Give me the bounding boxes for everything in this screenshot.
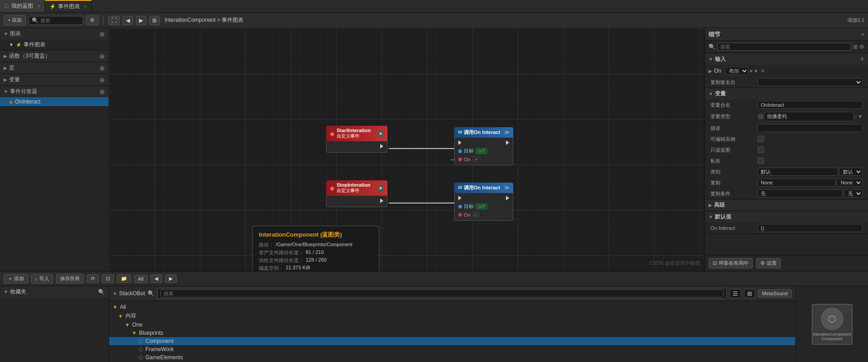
tree-component[interactable]: ⬡ Component (109, 337, 795, 345)
tab-blueprint-close[interactable]: × (37, 4, 40, 9)
tree-content[interactable]: ▼ 内容 (109, 311, 795, 321)
bottom-add-button[interactable]: ＋ 添加 (4, 274, 28, 283)
category-dropdown[interactable]: 默认 (839, 168, 863, 176)
pin-row: ▶ On 布尔 ● ▼ × (705, 65, 868, 77)
nav-back-button[interactable]: ◀ (123, 16, 133, 25)
copy-input[interactable] (758, 179, 836, 187)
call-2-checkbox: □ (472, 212, 480, 218)
copy-name-select[interactable] (758, 78, 863, 86)
copy-dropdown[interactable]: None (837, 179, 863, 187)
right-panel-close-button[interactable]: × (861, 31, 864, 38)
tab-event-graph-close[interactable]: × (84, 4, 87, 9)
variables-section-header[interactable]: ▼ 变量 (705, 88, 868, 99)
pin-expand-icon[interactable]: ▶ (709, 69, 712, 74)
tab-event-graph[interactable]: ⚡ 事件图表 × (45, 0, 92, 12)
variables-section-header[interactable]: ▶ 变量 ⊕ (0, 74, 109, 85)
search-bar[interactable]: 🔍 (29, 16, 83, 25)
copy-condition-input[interactable] (758, 189, 843, 198)
var-type-button[interactable]: 组播委托 (764, 112, 854, 121)
pin-dropdown[interactable]: ▼ (754, 69, 758, 74)
tab-blueprint[interactable]: ⬡ 我的蓝图 × (0, 0, 45, 12)
bottom-icon-btn-1[interactable]: ⟳ (87, 274, 99, 283)
sidebar-item-on-interact[interactable]: ◆ OnInteract (0, 97, 109, 106)
bottom-icon-btn-2[interactable]: ⊡ (102, 274, 114, 283)
graph-add-button[interactable]: ⊕ (99, 30, 105, 38)
thumbnail-area: ⬡ InterationComponent Component (795, 286, 868, 362)
content-search-input[interactable] (160, 289, 723, 298)
editable-checkbox[interactable] (758, 136, 764, 142)
default-val-input[interactable] (758, 224, 863, 232)
inputs-section-header[interactable]: ▼ 输入 + (705, 53, 868, 65)
event-dispatchers-section: ▼ 事件分发器 ⊕ ◆ OnInteract (0, 86, 109, 107)
node-stop-interation[interactable]: ◆ StopInteration 自定义事件 ■ (326, 180, 387, 207)
call-2-on-label: On (464, 212, 471, 218)
inputs-add-button[interactable]: + (860, 55, 864, 63)
graph-area[interactable]: ◆ StartInteration 自定义事件 ■ ◆ St (109, 28, 704, 271)
content-filter-button[interactable]: ☰ (729, 289, 741, 298)
add-btn-label: + 添加 (8, 17, 22, 24)
dispatchers-add-button[interactable]: ⊕ (99, 88, 105, 95)
node-start-interation[interactable]: ◆ StartInteration 自定义事件 ■ (326, 126, 387, 153)
tree-blueprints[interactable]: ▼ Blueprints (109, 329, 795, 337)
search-input[interactable] (40, 18, 81, 23)
settings-button[interactable]: ⚙ (86, 15, 99, 25)
pin-type-select[interactable]: 布尔 (725, 67, 749, 75)
private-checkbox[interactable] (758, 158, 764, 164)
settings-btn[interactable]: ⚙ 设置 (756, 258, 781, 268)
pin-close-button[interactable]: × (761, 67, 764, 74)
sidebar-item-event-graph[interactable]: ▼ ⚡ 事件图表 (0, 40, 109, 50)
node-start-btn[interactable]: ■ (377, 130, 384, 137)
favorites-search-icon[interactable]: 🔍 (98, 289, 105, 295)
content-view-button[interactable]: ⊞ (744, 289, 755, 298)
nav-forward-button[interactable]: ▶ (136, 16, 146, 25)
copy-condition-dropdown[interactable]: 无 (844, 189, 863, 198)
bottom-import-button[interactable]: ↓ 导入 (31, 274, 53, 283)
graph-section-header[interactable]: ▼ 图表 ⊕ (0, 28, 109, 40)
grid-button[interactable]: ⊞ (149, 16, 160, 25)
call-1-exec-in (458, 140, 461, 146)
tree-one[interactable]: ▼ One (109, 321, 795, 329)
metasound-button[interactable]: MetaSound (758, 289, 792, 298)
var-name-row: 变量合名 (705, 99, 868, 110)
tree-all-label: All (120, 304, 126, 310)
tree-framework[interactable]: ⬡ FrameWork (109, 345, 795, 353)
description-input[interactable] (758, 124, 863, 132)
bottom-nav-next[interactable]: ▶ (165, 274, 177, 283)
right-search-input[interactable] (717, 43, 851, 51)
fullscreen-button[interactable]: ⛶ (108, 16, 120, 25)
tree-game-elements[interactable]: ⬡ GameElements (109, 353, 795, 362)
right-panel-header: 细节 × (705, 28, 868, 41)
call-2-target-pin (458, 205, 462, 208)
content-search-icon[interactable]: 🔍 (148, 290, 154, 297)
functions-add-button[interactable]: ⊕ (99, 53, 105, 60)
var-type-dropdown: ▼ (858, 114, 863, 119)
bottom-all-button[interactable]: All (134, 275, 148, 283)
private-label: 私有 (710, 158, 756, 164)
add-button[interactable]: + 添加 (4, 15, 26, 25)
thumbnail-label: InterationComponent Component (813, 332, 851, 341)
advanced-section-header[interactable]: ▶ 高级 (705, 199, 868, 211)
node-call-on-interact-2[interactable]: ✉ 调用On Interact ≫ 目标 self (454, 183, 513, 221)
variables-label: 变量 (9, 76, 20, 84)
var-name-input[interactable] (758, 101, 863, 109)
graph-section-label: 图表 (10, 30, 21, 38)
macros-add-button[interactable]: ⊕ (99, 64, 105, 72)
functions-section-header[interactable]: ▶ 函数（3可覆盖） ⊕ (0, 50, 109, 62)
tree-all[interactable]: ▼ All (109, 303, 795, 311)
bottom-nav-prev[interactable]: ◀ (150, 274, 162, 283)
bottom-save-all-button[interactable]: 保存所有 (56, 274, 84, 283)
event-dispatchers-header[interactable]: ▼ 事件分发器 ⊕ (0, 86, 109, 97)
node-stop-btn[interactable]: ■ (377, 185, 384, 191)
layout-button[interactable]: ⊡ 停靠在布局中 (709, 258, 753, 268)
category-input[interactable] (758, 168, 838, 176)
variables-add-button[interactable]: ⊕ (99, 76, 105, 84)
node-call-on-interact-1[interactable]: ✉ 调用On Interact ≫ 目标 self (454, 127, 513, 165)
default-values-header[interactable]: ▼ 默认值 (705, 211, 868, 223)
call-1-self-badge: self (476, 148, 487, 154)
bottom-icon-btn-3[interactable]: 📁 (117, 274, 131, 283)
read-only-checkbox[interactable] (758, 147, 764, 153)
macros-section-header[interactable]: ▶ 宏 ⊕ (0, 62, 109, 74)
node-stop-subtitle: 自定义事件 (337, 188, 371, 194)
favorites-panel: ▼ 收藏夹 🔍 (0, 286, 109, 362)
var-type-container: ⬛ 组播委托 ↕ ▼ (758, 112, 863, 121)
